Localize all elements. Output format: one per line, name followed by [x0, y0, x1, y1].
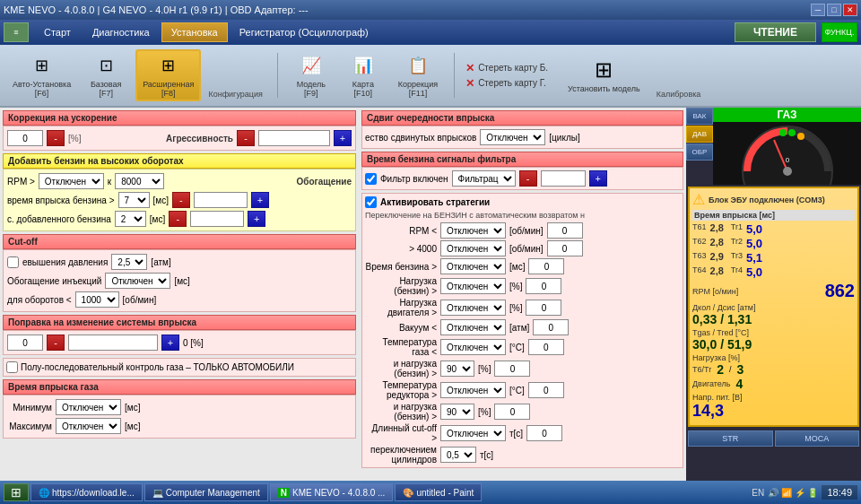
start-button[interactable]: ⊞ [4, 483, 29, 501]
aggr-plus[interactable]: + [334, 130, 352, 146]
tab-setup[interactable]: Установка [161, 22, 228, 42]
engine-load-dropdown[interactable]: Отключен [440, 300, 506, 316]
toolbar-set-model[interactable]: ⊞ Установить модель [562, 56, 646, 95]
red-load-dropdown[interactable]: 90 [440, 404, 474, 420]
filter-input[interactable] [541, 170, 586, 187]
rpm-lt-input[interactable] [547, 222, 583, 239]
pressure-dropdown[interactable]: 2,5 [111, 254, 147, 270]
cyl-switch-dropdown[interactable]: 0,5 [440, 447, 476, 463]
corr-slider-input[interactable] [68, 335, 158, 351]
taskbar-browser[interactable]: 🌐 https://download.le... [30, 483, 143, 501]
rpm-dropdown[interactable]: Отключен [39, 173, 104, 189]
gas-load-dropdown[interactable]: 90 [440, 361, 474, 377]
toolbar-correction[interactable]: 📋 Коррекция [F11] [393, 51, 443, 100]
vacuum-dropdown[interactable]: Отключен [440, 319, 506, 335]
load-row: T6/Tr 2 / 3 [692, 362, 855, 377]
pressure-unit: [атм] [151, 257, 170, 267]
rpm-gt-input[interactable] [547, 240, 583, 256]
rpm-to: к [108, 177, 111, 187]
mosa-btn[interactable]: МОСА [775, 430, 860, 447]
gas-load-input[interactable] [494, 361, 530, 377]
svg-point-3 [779, 129, 787, 136]
added-row: с. добавленного бензина 2 [мс] - + [7, 211, 352, 227]
erase-b-btn[interactable]: Стереть карту Б. [478, 63, 548, 73]
minimize-btn[interactable]: ─ [811, 4, 825, 16]
toolbar-map[interactable]: 📊 Карта [F10] [341, 51, 386, 100]
inj-input[interactable] [194, 192, 248, 208]
toolbar-auto-setup[interactable]: ⊞ Авто-Установка [F6] [7, 51, 76, 100]
obr-btn[interactable]: ОБР [686, 143, 713, 161]
red-temp-dropdown[interactable]: Отключен [440, 382, 506, 398]
inj-plus[interactable]: + [251, 192, 269, 208]
side-buttons: ВАК ДАВ ОБР [686, 108, 713, 185]
red-temp-input[interactable] [528, 382, 564, 398]
added-plus[interactable]: + [248, 211, 265, 227]
injection-dropdown[interactable]: 7 [118, 192, 150, 208]
tab-recorder[interactable]: Регистратор (Осциллограф) [230, 22, 378, 42]
filter-plus[interactable]: + [589, 170, 607, 187]
correction-input[interactable] [7, 335, 43, 351]
maximize-btn[interactable]: □ [827, 4, 841, 16]
inj-minus[interactable]: - [172, 192, 190, 208]
toolbar-extended[interactable]: ⊞ Расширенная [F8] [135, 49, 201, 101]
load-benzin-input[interactable] [526, 278, 561, 294]
gas-temp-dropdown[interactable]: Отключен [440, 339, 506, 355]
filter-checkbox[interactable] [365, 173, 377, 185]
toolbar-model[interactable]: 📈 Модель [F9] [289, 51, 334, 100]
aggr-minus[interactable]: - [237, 130, 255, 146]
gas-temp-input[interactable] [528, 339, 564, 355]
time-benzin-dropdown[interactable]: Отключен [440, 258, 506, 274]
dav-btn[interactable]: ДАВ [686, 126, 713, 143]
long-cutoff-unit: т[с] [509, 429, 523, 439]
filter-dropdown[interactable]: Фильтрац [452, 170, 516, 187]
engine-load-input[interactable] [526, 300, 561, 316]
pressure-checkbox[interactable] [7, 256, 19, 268]
taskbar-paint[interactable]: 🎨 untitled - Paint [395, 483, 482, 501]
gas-temp-unit: [°С] [509, 343, 525, 352]
strategy-checkbox[interactable] [365, 196, 377, 208]
close-btn[interactable]: ✕ [843, 4, 857, 16]
rpm-lt-dropdown[interactable]: Отключен [440, 222, 506, 239]
tab-start[interactable]: Старт [34, 22, 81, 42]
sequential-checkbox[interactable] [6, 361, 18, 373]
accel-input[interactable] [7, 130, 43, 146]
load-benzin-dropdown[interactable]: Отключен [440, 278, 506, 294]
filter-minus[interactable]: - [519, 170, 537, 187]
added-input[interactable] [190, 211, 244, 227]
long-cutoff-dropdown[interactable]: Отключен [440, 425, 506, 441]
t61-label: T61 [692, 222, 707, 236]
min-label: Минимум [7, 403, 52, 413]
long-cutoff-input[interactable] [526, 425, 562, 441]
shift-dropdown[interactable]: Отключен [480, 129, 545, 145]
read-button[interactable]: ЧТЕНИЕ [735, 22, 816, 42]
inj-enrich-label: Обогащение инъекций [7, 276, 101, 286]
erase-g-btn[interactable]: Стереть карту Г. [478, 78, 546, 88]
tab-diagnostics[interactable]: Диагностика [83, 22, 160, 42]
aggr-input[interactable] [258, 130, 330, 146]
corr-plus[interactable]: + [161, 335, 179, 351]
added-dropdown[interactable]: 2 [115, 211, 146, 227]
vacuum-input[interactable] [533, 319, 569, 335]
rpm-display-label: RPM [о/мин] [692, 287, 738, 296]
inj-enrich-dropdown[interactable]: Отключен [105, 273, 170, 289]
rpm-gt-dropdown[interactable]: Отключен [440, 240, 506, 256]
taskbar-kme[interactable]: N KME NEVO - 4.0.8.0 ... [270, 483, 394, 501]
svg-point-4 [788, 129, 796, 136]
added-minus[interactable]: - [169, 211, 187, 227]
time-benzin-input[interactable] [528, 258, 564, 274]
min-dropdown[interactable]: Отключен [56, 399, 121, 415]
rpm-val-dropdown[interactable]: 8000 [115, 173, 164, 189]
str-mosa-row: STR МОСА [688, 430, 859, 447]
config-label: Конфигурация [208, 90, 262, 99]
accel-minus[interactable]: - [47, 130, 65, 146]
low-rpm-dropdown[interactable]: 1000 [75, 291, 119, 308]
vak-btn[interactable]: ВАК [686, 108, 713, 125]
toolbar-basic[interactable]: ⊡ Базовая [F7] [83, 51, 128, 100]
corr-minus[interactable]: - [47, 335, 65, 351]
red-load-input[interactable] [494, 404, 530, 420]
sequential-label[interactable]: Полу-последовательный контроль газа – ТО… [6, 361, 352, 373]
str-btn[interactable]: STR [688, 430, 773, 447]
max-dropdown[interactable]: Отключен [56, 418, 121, 434]
taskbar-mgmt[interactable]: 💻 Computer Management [144, 483, 268, 501]
ecu-title: Блок ЭБУ подключен (COM3) [709, 196, 825, 204]
